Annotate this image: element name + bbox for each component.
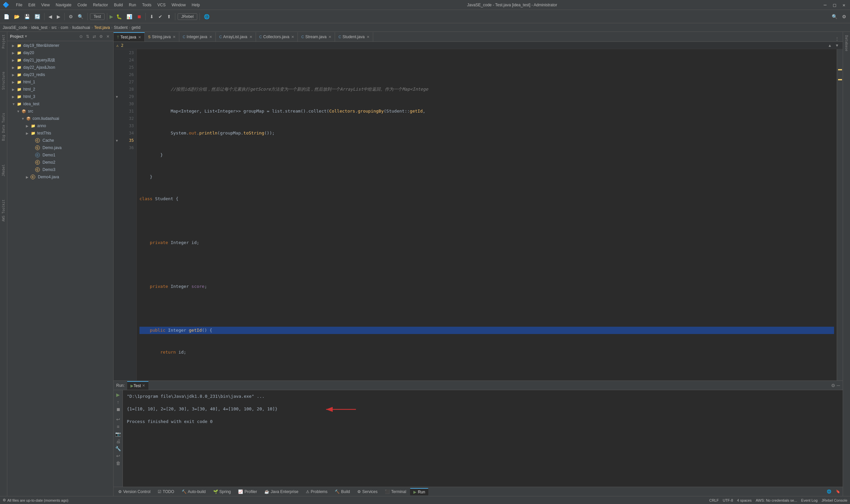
menu-code[interactable]: Code	[75, 2, 90, 8]
previous-highlight-button[interactable]: ▲	[827, 43, 833, 48]
bottom-tab-services[interactable]: ⚙ Services	[354, 488, 381, 495]
tree-item-Demo3[interactable]: C Demo3	[7, 166, 113, 173]
breadcrumb-file[interactable]: Test.java	[94, 25, 110, 30]
new-file-button[interactable]: 📄	[2, 13, 11, 20]
refactor-button[interactable]: ⚙	[67, 13, 75, 20]
close-button[interactable]: ✕	[841, 2, 847, 7]
next-highlight-button[interactable]: ▼	[834, 43, 840, 48]
tab-string-close[interactable]: ✕	[173, 35, 176, 39]
panel-settings-button[interactable]: ⚙	[98, 34, 104, 39]
menu-vcs[interactable]: VCS	[155, 2, 168, 8]
status-line-ending[interactable]: CRLF	[709, 498, 719, 502]
tree-item-day22[interactable]: ▶ 📁 day22_Ajax&Json	[7, 64, 113, 71]
tree-item-Demo1[interactable]: C Demo1	[7, 151, 113, 159]
gutter-line-35[interactable]: ▼	[113, 137, 120, 144]
bottom-tab-problems[interactable]: ⚠ Problems	[303, 488, 331, 495]
tab-integer-close[interactable]: ✕	[209, 35, 212, 39]
jrebel-side-button[interactable]: JRebel	[1, 163, 6, 178]
expand-all-button[interactable]: ⇅	[85, 34, 90, 39]
tree-item-Demo2[interactable]: C Demo2	[7, 159, 113, 166]
code-editor-container[interactable]: ▼ ▼ 23 24 25 26 2	[113, 49, 837, 380]
fold-icon-35[interactable]: ▼	[116, 139, 118, 142]
menu-edit[interactable]: Edit	[25, 2, 38, 8]
menu-tools[interactable]: Tools	[140, 2, 154, 8]
tab-collectors-java[interactable]: C Collectors.java ✕	[256, 32, 298, 41]
search-everywhere-button[interactable]: 🔍	[830, 13, 839, 20]
save-button[interactable]: 💾	[22, 13, 32, 20]
run-print-button[interactable]: 🖨	[115, 438, 121, 445]
run-settings-button[interactable]: ⚙	[831, 383, 835, 388]
tree-item-day23[interactable]: ▶ 📁 day23_redis	[7, 71, 113, 78]
tree-item-Demo[interactable]: C Demo.java	[7, 144, 113, 151]
minimize-button[interactable]: ─	[822, 2, 828, 7]
aws-toolkit-button[interactable]: AWS Toolkit	[1, 198, 6, 223]
tab-collectors-close[interactable]: ✕	[291, 35, 294, 39]
bottom-tab-build[interactable]: 🔨 Build	[331, 488, 353, 495]
tree-item-day20[interactable]: ▶ 📁 day20	[7, 49, 113, 56]
vcs-commit-button[interactable]: ✔	[157, 13, 164, 20]
tab-arraylist-java[interactable]: C ArrayList.java ✕	[216, 32, 256, 41]
tree-item-html1[interactable]: ▶ 📁 html_1	[7, 78, 113, 86]
sync-button[interactable]: 🔄	[33, 13, 42, 20]
tab-student-java[interactable]: C Student.java ✕	[335, 32, 373, 41]
menu-run[interactable]: Run	[126, 2, 139, 8]
code-content[interactable]: //按照id进行分组，然后让每个元素执行getScore方法变为一个新的流，然后…	[137, 49, 837, 380]
tab-arraylist-close[interactable]: ✕	[249, 35, 252, 39]
collapse-all-button[interactable]: ⇄	[92, 34, 97, 39]
tree-item-Cache[interactable]: C Cache	[7, 137, 113, 144]
run-resume-button[interactable]: ↩	[115, 416, 121, 422]
jrebel-config-button[interactable]: JRebel	[178, 13, 197, 20]
menu-view[interactable]: View	[38, 2, 52, 8]
tab-test-java[interactable]: T Test.java ✕	[113, 32, 145, 41]
menu-build[interactable]: Build	[111, 2, 126, 8]
run-tools-button[interactable]: 🔧	[114, 445, 122, 452]
tab-split-button[interactable]: ⋮	[834, 36, 840, 41]
tree-item-html2[interactable]: ▶ 📁 html_2	[7, 86, 113, 93]
vcs-update-button[interactable]: ⬇	[148, 13, 156, 20]
debug-button[interactable]: 🐛	[114, 13, 124, 20]
tree-item-html3[interactable]: ▶ 📁 html_3	[7, 93, 113, 100]
status-encoding[interactable]: UTF-8	[723, 498, 733, 502]
settings-button[interactable]: ⚙	[840, 13, 848, 20]
bottom-tab-run[interactable]: ▶ Run	[410, 488, 428, 496]
run-rerun-button[interactable]: ↑	[116, 399, 120, 406]
jrebel-console-button[interactable]: JRebel Console	[821, 498, 847, 502]
bottom-tab-version-control[interactable]: ⚙ Version Control	[115, 488, 154, 495]
profile-button[interactable]: 📊	[125, 13, 134, 20]
breadcrumb-com[interactable]: com	[61, 25, 68, 30]
tab-test-close[interactable]: ✕	[138, 35, 141, 39]
tree-item-src[interactable]: ▼ 📦 src	[7, 108, 113, 115]
back-button[interactable]: ◀	[47, 13, 54, 20]
run-format-button[interactable]: ≡	[116, 423, 120, 430]
bottom-tab-terminal[interactable]: ⬛ Terminal	[381, 488, 410, 495]
panel-close-button[interactable]: ✕	[105, 34, 111, 39]
breadcrumb-package[interactable]: liudashuai	[72, 25, 90, 30]
tree-item-idea-test[interactable]: ▼ 📁 idea_test	[7, 100, 113, 108]
run-tab-close[interactable]: ✕	[142, 383, 145, 388]
gutter-line-29[interactable]: ▼	[113, 93, 120, 100]
menu-file[interactable]: File	[13, 2, 25, 8]
tree-item-anno[interactable]: ▶ 📁 anno	[7, 122, 113, 129]
run-stop-button[interactable]: ⏹	[115, 406, 121, 413]
project-panel-dropdown-icon[interactable]: ▼	[25, 34, 27, 38]
status-indent[interactable]: 4 spaces	[737, 498, 752, 502]
bottom-tab-spring[interactable]: 🌱 Spring	[210, 488, 234, 495]
big-data-tools-button[interactable]: Big Data Tools	[1, 111, 6, 142]
tab-student-close[interactable]: ✕	[366, 35, 369, 39]
bottom-tab-profiler[interactable]: 📈 Profiler	[235, 488, 260, 495]
bookmark-button[interactable]: 🔖	[835, 489, 842, 494]
stop-button[interactable]: ⏹	[135, 13, 143, 20]
tab-stream-java[interactable]: C Stream.java ✕	[298, 32, 335, 41]
project-tool-button[interactable]: Project	[1, 33, 6, 50]
tree-item-day19[interactable]: ▶ 📁 day19_filter&listener	[7, 42, 113, 49]
breadcrumb-project[interactable]: JavaSE_code	[3, 25, 27, 30]
fold-icon-29[interactable]: ▼	[116, 95, 118, 98]
maximize-button[interactable]: □	[831, 2, 838, 7]
breadcrumb-method[interactable]: getId	[131, 25, 141, 30]
tab-string-java[interactable]: S String.java ✕	[145, 32, 179, 41]
run-again-button[interactable]: ▶	[115, 392, 121, 398]
tree-item-testThis[interactable]: ▶ 📁 testThis	[7, 129, 113, 137]
bottom-tab-todo[interactable]: ☑ TODO	[155, 488, 177, 495]
run-config-button[interactable]: Test	[90, 13, 105, 20]
run-scroll-button[interactable]: ↩	[115, 452, 121, 459]
